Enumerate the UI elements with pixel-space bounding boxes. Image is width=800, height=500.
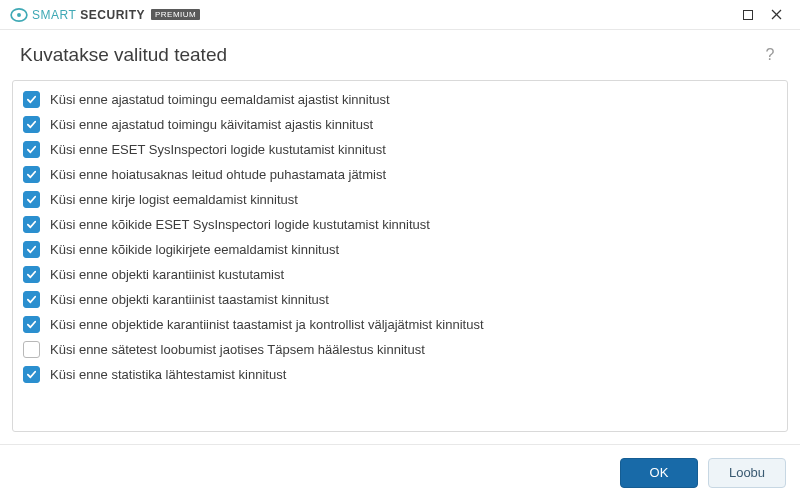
window-maximize-button[interactable]	[734, 1, 762, 29]
list-item-label: Küsi enne objekti karantiinist taastamis…	[50, 292, 329, 307]
checkmark-icon	[26, 144, 37, 155]
checkbox[interactable]	[23, 316, 40, 333]
list-item-label: Küsi enne ajastatud toimingu käivitamist…	[50, 117, 373, 132]
checkmark-icon	[26, 219, 37, 230]
checkmark-icon	[26, 319, 37, 330]
list-item: Küsi enne kõikide logikirjete eemaldamis…	[17, 237, 783, 262]
content: Küsi enne ajastatud toimingu eemaldamist…	[0, 80, 800, 432]
list-item-label: Küsi enne kirje logist eemaldamist kinni…	[50, 192, 298, 207]
list-item-label: Küsi enne ESET SysInspectori logide kust…	[50, 142, 386, 157]
svg-rect-2	[744, 10, 753, 19]
checkmark-icon	[26, 294, 37, 305]
checkbox[interactable]	[23, 91, 40, 108]
brand-badge-premium: PREMIUM	[151, 9, 200, 20]
list-item-label: Küsi enne statistika lähtestamist kinnit…	[50, 367, 286, 382]
brand-text-security: SECURITY	[80, 8, 145, 22]
notifications-list[interactable]: Küsi enne ajastatud toimingu eemaldamist…	[12, 80, 788, 432]
checkmark-icon	[26, 194, 37, 205]
brand-text-smart: SMART	[32, 8, 76, 22]
list-item: Küsi enne sätetest loobumist jaotises Tä…	[17, 337, 783, 362]
close-icon	[771, 9, 782, 20]
help-button[interactable]: ?	[760, 46, 780, 64]
checkbox[interactable]	[23, 191, 40, 208]
svg-point-1	[17, 13, 21, 17]
list-item: Küsi enne kirje logist eemaldamist kinni…	[17, 187, 783, 212]
checkbox[interactable]	[23, 341, 40, 358]
list-item: Küsi enne kõikide ESET SysInspectori log…	[17, 212, 783, 237]
checkmark-icon	[26, 369, 37, 380]
checkmark-icon	[26, 119, 37, 130]
list-item: Küsi enne ajastatud toimingu eemaldamist…	[17, 87, 783, 112]
list-item-label: Küsi enne kõikide ESET SysInspectori log…	[50, 217, 430, 232]
list-item-label: Küsi enne kõikide logikirjete eemaldamis…	[50, 242, 339, 257]
list-item: Küsi enne objekti karantiinist taastamis…	[17, 287, 783, 312]
window-close-button[interactable]	[762, 1, 790, 29]
titlebar: SMART SECURITY PREMIUM	[0, 0, 800, 30]
checkbox[interactable]	[23, 216, 40, 233]
list-item: Küsi enne objekti karantiinist kustutami…	[17, 262, 783, 287]
checkbox[interactable]	[23, 166, 40, 183]
ok-button[interactable]: OK	[620, 458, 698, 488]
page-header: Kuvatakse valitud teated ?	[0, 30, 800, 80]
page-title: Kuvatakse valitud teated	[20, 44, 227, 66]
checkbox[interactable]	[23, 291, 40, 308]
checkbox[interactable]	[23, 241, 40, 258]
brand: SMART SECURITY PREMIUM	[10, 6, 200, 24]
checkmark-icon	[26, 94, 37, 105]
cancel-button[interactable]: Loobu	[708, 458, 786, 488]
list-item-label: Küsi enne ajastatud toimingu eemaldamist…	[50, 92, 390, 107]
checkmark-icon	[26, 169, 37, 180]
eset-logo-icon	[10, 6, 28, 24]
checkmark-icon	[26, 269, 37, 280]
checkbox[interactable]	[23, 266, 40, 283]
checkbox[interactable]	[23, 366, 40, 383]
list-item: Küsi enne statistika lähtestamist kinnit…	[17, 362, 783, 387]
list-item: Küsi enne hoiatusaknas leitud ohtude puh…	[17, 162, 783, 187]
list-item-label: Küsi enne objekti karantiinist kustutami…	[50, 267, 284, 282]
maximize-icon	[743, 10, 753, 20]
list-item: Küsi enne objektide karantiinist taastam…	[17, 312, 783, 337]
list-item-label: Küsi enne hoiatusaknas leitud ohtude puh…	[50, 167, 386, 182]
footer: OK Loobu	[0, 444, 800, 500]
list-item-label: Küsi enne sätetest loobumist jaotises Tä…	[50, 342, 425, 357]
list-item: Küsi enne ESET SysInspectori logide kust…	[17, 137, 783, 162]
list-item-label: Küsi enne objektide karantiinist taastam…	[50, 317, 484, 332]
checkbox[interactable]	[23, 141, 40, 158]
checkbox[interactable]	[23, 116, 40, 133]
checkmark-icon	[26, 244, 37, 255]
list-item: Küsi enne ajastatud toimingu käivitamist…	[17, 112, 783, 137]
